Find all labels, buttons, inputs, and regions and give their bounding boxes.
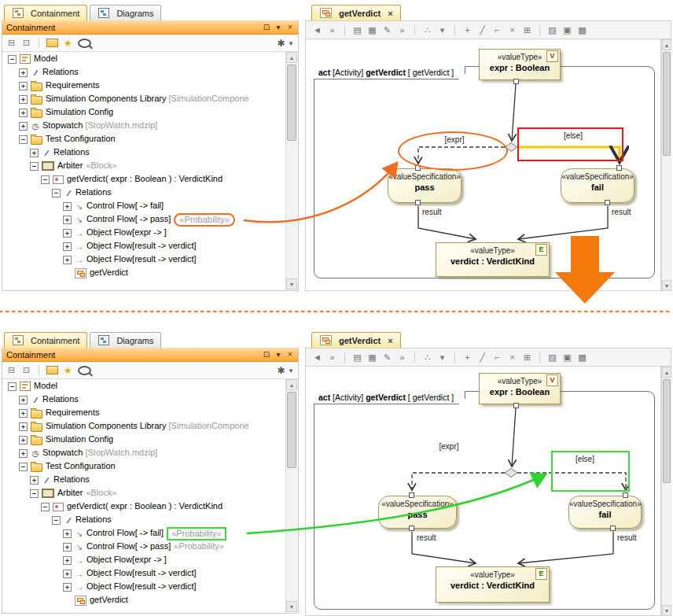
edit-icon[interactable]: ✎ bbox=[382, 25, 392, 35]
collapse-all-icon[interactable]: ⊟ bbox=[6, 365, 17, 375]
tree-item[interactable]: +↘Control Flow[ -> fail]«Probability» bbox=[3, 526, 285, 540]
fail-input-pin[interactable] bbox=[616, 165, 622, 171]
tree-item[interactable]: +∕∕Relations bbox=[3, 146, 285, 159]
tree-item[interactable]: +◷Stopwatch [StopWatch.mdzip] bbox=[3, 119, 285, 132]
scrollbar-thumb[interactable] bbox=[663, 379, 671, 483]
expander-icon[interactable]: − bbox=[52, 516, 61, 525]
pin-panel-icon[interactable]: ▾ bbox=[274, 350, 282, 359]
expander-icon[interactable]: + bbox=[19, 409, 28, 418]
documentation-icon[interactable]: ▦ bbox=[367, 25, 377, 35]
expr-output-pin[interactable] bbox=[513, 403, 519, 408]
expander-icon[interactable]: + bbox=[63, 229, 72, 238]
pass-input-pin[interactable] bbox=[409, 492, 414, 498]
tree-item[interactable]: −∕∕Relations bbox=[3, 513, 285, 526]
scroll-up-icon[interactable]: ▲ bbox=[286, 52, 297, 63]
expander-icon[interactable]: + bbox=[19, 449, 28, 458]
nav-back-menu-icon[interactable]: » bbox=[327, 352, 337, 362]
tree-item[interactable]: −Arbiter«Block» bbox=[3, 159, 285, 172]
tree-item[interactable]: +→Object Flow[result -> verdict] bbox=[3, 253, 285, 266]
related-elements-icon[interactable]: ∴ bbox=[422, 352, 432, 363]
expander-icon[interactable]: − bbox=[41, 175, 50, 184]
tab-containment[interactable]: Containment bbox=[4, 5, 87, 20]
verdict-node[interactable]: E «valueType» verdict : VerdictKind bbox=[436, 566, 550, 603]
tree-item[interactable]: getVerdict bbox=[3, 593, 285, 607]
scroll-down-icon[interactable]: ▼ bbox=[286, 601, 297, 612]
expander-icon[interactable]: + bbox=[63, 570, 72, 578]
close-tab-icon[interactable]: × bbox=[388, 9, 392, 18]
tree-item[interactable]: −Model bbox=[3, 379, 285, 393]
scrollbar-thumb[interactable] bbox=[287, 392, 296, 468]
overflow-icon[interactable]: » bbox=[397, 25, 407, 35]
add-element-icon[interactable]: + bbox=[462, 25, 473, 35]
scrollbar-track[interactable] bbox=[286, 63, 297, 278]
tree-item[interactable]: +→Object Flow[result -> verdict] bbox=[3, 239, 285, 253]
tab-containment[interactable]: Containment bbox=[4, 332, 87, 348]
expander-icon[interactable]: + bbox=[63, 256, 72, 264]
open-folder-icon[interactable] bbox=[46, 39, 58, 47]
tree-item[interactable]: +∕∕Relations bbox=[3, 65, 285, 79]
close-panel-icon[interactable]: × bbox=[286, 350, 294, 359]
containment-view-icon[interactable]: ▤ bbox=[352, 352, 362, 363]
verdict-node[interactable]: E «valueType» verdict : VerdictKind bbox=[436, 242, 550, 277]
expander-icon[interactable]: + bbox=[63, 242, 72, 251]
show-structure-icon[interactable]: ⊡ bbox=[21, 365, 31, 375]
expander-icon[interactable]: − bbox=[41, 503, 50, 511]
expr-output-pin[interactable] bbox=[513, 79, 519, 84]
expander-icon[interactable]: + bbox=[30, 149, 39, 157]
pin-panel-icon[interactable]: ▾ bbox=[274, 23, 282, 31]
expander-icon[interactable]: − bbox=[19, 463, 28, 471]
expander-icon[interactable]: + bbox=[19, 396, 28, 404]
close-tab-icon[interactable]: × bbox=[388, 336, 392, 345]
related-caret-icon[interactable]: ▾ bbox=[437, 352, 447, 363]
scrollbar-thumb[interactable] bbox=[287, 65, 296, 141]
tree-item[interactable]: +Simulation Components Library [Simulati… bbox=[3, 92, 285, 105]
object-flow-expr[interactable] bbox=[512, 84, 516, 141]
expander-icon[interactable]: − bbox=[30, 489, 39, 498]
object-flow-fail-verdict[interactable] bbox=[518, 206, 608, 239]
tab-diagrams[interactable]: Diagrams bbox=[90, 332, 161, 348]
scroll-down-icon[interactable]: ▼ bbox=[286, 278, 297, 290]
diagram-scrollbar[interactable]: ▲ ▼ bbox=[661, 39, 671, 291]
show-structure-icon[interactable]: ⊡ bbox=[21, 38, 31, 48]
related-caret-icon[interactable]: ▾ bbox=[437, 25, 447, 35]
tree-item[interactable]: +Requirements bbox=[3, 79, 285, 92]
favorites-icon[interactable]: ★ bbox=[63, 38, 73, 49]
expander-icon[interactable]: + bbox=[19, 109, 28, 117]
tree-item[interactable]: +Simulation Config bbox=[3, 433, 285, 446]
expander-icon[interactable]: + bbox=[19, 95, 28, 104]
tree-item[interactable]: −Test Configuration bbox=[3, 132, 285, 146]
tree-item[interactable]: +Simulation Config bbox=[3, 105, 285, 119]
search-icon[interactable] bbox=[78, 366, 91, 375]
pass-node[interactable]: «valueSpecification» pass bbox=[388, 168, 462, 203]
expander-icon[interactable]: − bbox=[19, 135, 28, 144]
diagram-scrollbar[interactable]: ▲ ▼ bbox=[661, 367, 671, 616]
pass-node[interactable]: «valueSpecification» pass bbox=[378, 496, 457, 529]
tree-item[interactable]: +→Object Flow[expr -> ] bbox=[3, 226, 285, 239]
image-shape-icon[interactable]: ▣ bbox=[562, 352, 572, 363]
open-folder-icon[interactable] bbox=[46, 366, 58, 374]
float-window-icon[interactable]: ⊡ bbox=[263, 23, 270, 31]
fail-result-pin[interactable] bbox=[610, 526, 616, 531]
tree-item[interactable]: +∕∕Relations bbox=[3, 473, 285, 486]
tab-getverdict[interactable]: getVerdict × bbox=[311, 332, 401, 348]
containment-view-icon[interactable]: ▤ bbox=[352, 25, 362, 35]
tree-item[interactable]: +↘Control Flow[ -> fail] bbox=[3, 199, 285, 212]
swimlane-icon[interactable]: ▨ bbox=[547, 352, 557, 363]
scrollbar-thumb[interactable] bbox=[663, 52, 671, 156]
expander-icon[interactable]: + bbox=[19, 82, 28, 90]
expander-icon[interactable]: + bbox=[63, 202, 72, 211]
favorites-icon[interactable]: ★ bbox=[63, 365, 73, 376]
tree-item[interactable]: +Requirements bbox=[3, 406, 285, 419]
tab-diagrams[interactable]: Diagrams bbox=[90, 5, 161, 20]
object-flow-expr[interactable] bbox=[512, 408, 516, 467]
control-flow-pass[interactable] bbox=[412, 473, 505, 490]
expander-icon[interactable]: + bbox=[63, 216, 72, 224]
tree-item[interactable]: +→Object Flow[result -> verdict] bbox=[3, 580, 285, 593]
scroll-down-icon[interactable]: ▼ bbox=[662, 280, 671, 291]
grid-icon[interactable]: ⊞ bbox=[522, 352, 532, 363]
nav-back-menu-icon[interactable]: » bbox=[327, 25, 337, 35]
expander-icon[interactable]: + bbox=[63, 529, 72, 538]
settings-gear-icon[interactable]: ✱ bbox=[276, 38, 286, 49]
edit-icon[interactable]: ✎ bbox=[382, 352, 392, 363]
expander-icon[interactable]: − bbox=[52, 189, 61, 197]
